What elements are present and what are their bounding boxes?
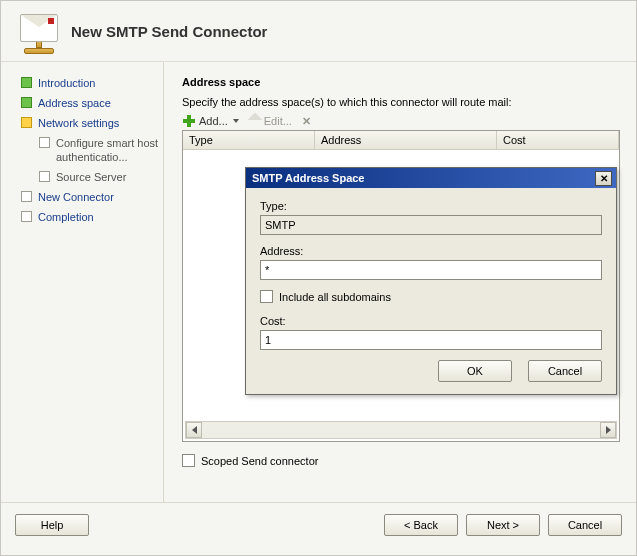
- horizontal-scrollbar[interactable]: [185, 421, 617, 439]
- cost-label: Cost:: [260, 315, 602, 327]
- step-status-icon: [21, 77, 32, 88]
- sidebar: Introduction Address space Network setti…: [1, 62, 163, 502]
- dropdown-caret-icon: [233, 119, 239, 123]
- pencil-icon: [246, 113, 263, 130]
- list-header: Type Address Cost: [183, 131, 619, 150]
- cost-field[interactable]: [260, 330, 602, 350]
- dialog-cancel-button[interactable]: Cancel: [528, 360, 602, 382]
- include-subdomains-label: Include all subdomains: [279, 291, 391, 303]
- type-label: Type:: [260, 200, 602, 212]
- step-status-icon: [21, 191, 32, 202]
- address-label: Address:: [260, 245, 602, 257]
- scroll-track[interactable]: [202, 422, 600, 438]
- dialog-titlebar[interactable]: SMTP Address Space ✕: [246, 168, 616, 188]
- add-button[interactable]: Add...: [182, 114, 239, 128]
- sidebar-item-source-server[interactable]: Source Server: [39, 170, 159, 184]
- scoped-label: Scoped Send connector: [201, 455, 318, 467]
- edit-button: Edit...: [249, 115, 292, 127]
- sidebar-item-address-space[interactable]: Address space: [21, 96, 159, 110]
- address-field[interactable]: [260, 260, 602, 280]
- close-button[interactable]: ✕: [595, 171, 612, 186]
- column-header-cost[interactable]: Cost: [497, 131, 619, 149]
- sidebar-item-new-connector[interactable]: New Connector: [21, 190, 159, 204]
- step-status-icon: [39, 171, 50, 182]
- sidebar-item-introduction[interactable]: Introduction: [21, 76, 159, 90]
- close-icon: ✕: [600, 173, 608, 184]
- arrow-left-icon: [192, 426, 197, 434]
- wizard-window: New SMTP Send Connector Introduction Add…: [0, 0, 637, 556]
- x-icon: ✕: [302, 115, 311, 128]
- column-header-type[interactable]: Type: [183, 131, 315, 149]
- scroll-right-button[interactable]: [600, 422, 616, 438]
- wizard-title: New SMTP Send Connector: [71, 23, 267, 40]
- smtp-address-space-dialog: SMTP Address Space ✕ Type: Address: Incl…: [245, 167, 617, 395]
- step-status-icon: [21, 97, 32, 108]
- ok-button[interactable]: OK: [438, 360, 512, 382]
- instruction-text: Specify the address space(s) to which th…: [182, 96, 620, 108]
- plus-icon: [182, 114, 196, 128]
- column-header-address[interactable]: Address: [315, 131, 497, 149]
- dialog-content: Type: Address: Include all subdomains Co…: [246, 188, 616, 394]
- scoped-checkbox[interactable]: [182, 454, 195, 467]
- delete-button: ✕: [302, 115, 311, 128]
- wizard-header: New SMTP Send Connector: [1, 1, 636, 62]
- back-button[interactable]: < Back: [384, 514, 458, 536]
- cancel-button[interactable]: Cancel: [548, 514, 622, 536]
- toolbar: Add... Edit... ✕: [182, 114, 620, 128]
- sidebar-item-completion[interactable]: Completion: [21, 210, 159, 224]
- next-button[interactable]: Next >: [466, 514, 540, 536]
- envelope-icon: [20, 14, 58, 42]
- include-subdomains-checkbox[interactable]: [260, 290, 273, 303]
- divider: [163, 62, 164, 502]
- sidebar-item-network-settings[interactable]: Network settings: [21, 116, 159, 130]
- scroll-left-button[interactable]: [186, 422, 202, 438]
- dialog-title: SMTP Address Space: [252, 172, 365, 184]
- scoped-row: Scoped Send connector: [182, 454, 620, 467]
- wizard-footer: Help < Back Next > Cancel: [1, 502, 636, 547]
- step-status-icon: [21, 117, 32, 128]
- header-icon-wrap: [13, 14, 65, 48]
- edit-label: Edit...: [264, 115, 292, 127]
- type-field: [260, 215, 602, 235]
- step-status-icon: [39, 137, 50, 148]
- arrow-right-icon: [606, 426, 611, 434]
- help-button[interactable]: Help: [15, 514, 89, 536]
- step-status-icon: [21, 211, 32, 222]
- page-heading: Address space: [182, 76, 620, 88]
- sidebar-item-smart-host-auth[interactable]: Configure smart host authenticatio...: [39, 136, 159, 164]
- add-label: Add...: [199, 115, 228, 127]
